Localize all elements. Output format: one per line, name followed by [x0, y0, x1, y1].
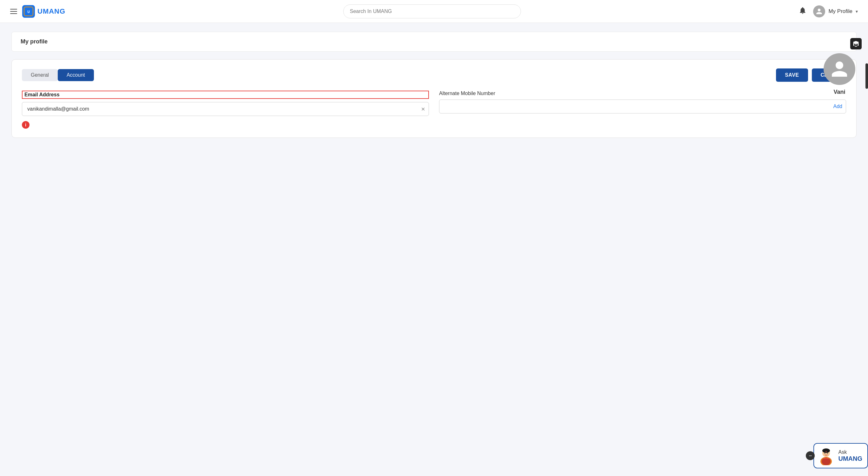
scroll-strip — [865, 63, 868, 89]
svg-text:U: U — [27, 10, 30, 13]
email-input-wrapper: ✕ — [22, 102, 429, 116]
mobile-form-group: Alternate Mobile Number Add — [439, 91, 846, 129]
page-title: My profile — [21, 38, 48, 45]
email-label: Email Address — [22, 91, 429, 99]
mobile-input[interactable] — [439, 100, 846, 113]
svg-point-8 — [827, 453, 828, 454]
page-content: My profile General Account SAVE Cancel E… — [0, 23, 868, 147]
tabs-row: General Account SAVE Cancel — [22, 68, 846, 82]
save-button[interactable]: SAVE — [776, 68, 808, 82]
ask-umang-container: − Ask UMANG — [806, 443, 868, 468]
camera-icon-container — [850, 38, 862, 49]
search-wrapper — [343, 4, 521, 19]
chevron-down-icon: ▾ — [856, 9, 858, 14]
header-left: U UMANG — [10, 5, 65, 18]
email-input[interactable] — [22, 102, 429, 116]
email-form-group: Email Address ✕ i — [22, 91, 429, 129]
info-icon: i — [22, 121, 30, 129]
form-row: Email Address ✕ i Alternate Mobile Numbe… — [22, 91, 846, 129]
svg-point-9 — [826, 451, 827, 452]
mobile-input-wrapper: Add — [439, 100, 846, 113]
profile-sidebar: Vani — [811, 38, 868, 95]
bell-icon[interactable] — [799, 6, 807, 16]
clear-email-icon[interactable]: ✕ — [421, 106, 425, 112]
chatbot-bubble[interactable]: Ask UMANG — [813, 443, 868, 468]
svg-point-7 — [825, 453, 826, 454]
breadcrumb-bar: My profile — [11, 32, 857, 52]
tab-account[interactable]: Account — [58, 69, 94, 81]
umang-logo-icon: U — [22, 5, 35, 18]
umang-label: UMANG — [838, 455, 862, 463]
hamburger-menu-icon[interactable] — [10, 9, 17, 14]
chatbot-text: Ask UMANG — [838, 449, 862, 463]
search-container — [65, 4, 799, 19]
tab-general[interactable]: General — [22, 69, 58, 81]
profile-name-label: My Profile — [828, 8, 852, 14]
search-input[interactable] — [343, 4, 521, 19]
add-mobile-link[interactable]: Add — [833, 104, 842, 109]
ask-label: Ask — [838, 449, 862, 455]
profile-user-name: Vani — [833, 89, 845, 95]
main-header: U UMANG My Profile ▾ — [0, 0, 868, 23]
profile-avatar-header — [813, 5, 825, 18]
main-form-card: General Account SAVE Cancel Email Addres… — [11, 59, 857, 138]
profile-avatar-large — [824, 53, 855, 85]
camera-icon[interactable] — [850, 38, 862, 49]
logo-text: UMANG — [37, 7, 65, 15]
profile-section[interactable]: My Profile ▾ — [813, 5, 858, 18]
header-right: My Profile ▾ — [799, 5, 858, 18]
chatbot-avatar-icon — [816, 446, 836, 465]
logo-container: U UMANG — [22, 5, 65, 18]
tabs-container: General Account — [22, 69, 94, 81]
svg-point-6 — [822, 448, 830, 453]
mobile-label: Alternate Mobile Number — [439, 91, 846, 96]
